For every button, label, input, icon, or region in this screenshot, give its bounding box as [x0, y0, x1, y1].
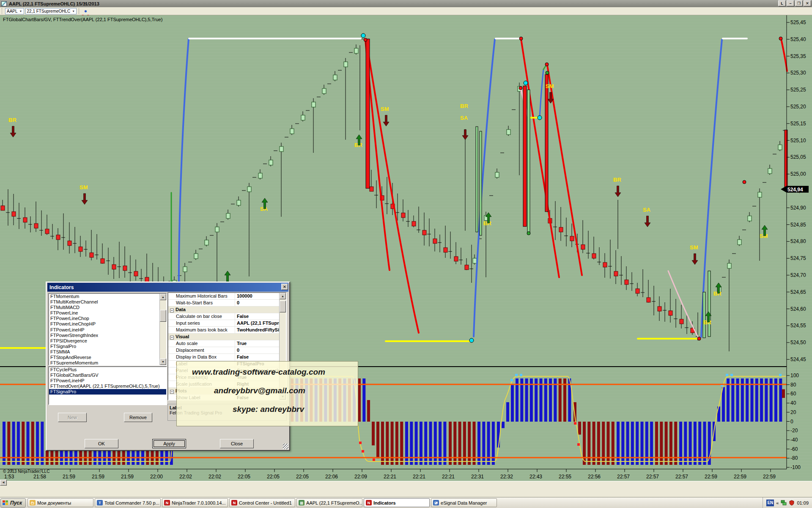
time-axis-label[interactable]: 22:57 [617, 474, 630, 480]
toolbar-grip[interactable] [2, 8, 3, 14]
available-indicator-item[interactable]: FTMomentum [49, 294, 166, 299]
available-indicator-item[interactable]: FTPowerStrengthIndex [49, 333, 166, 338]
time-axis-label[interactable]: 22:05 [296, 474, 309, 480]
new-button[interactable]: New [58, 413, 87, 422]
property-row[interactable]: Maximum bars look backTwoHundredFiftySix [168, 327, 286, 334]
time-axis-label[interactable]: 21:59 [92, 474, 104, 480]
time-axis-label[interactable]: 22:02 [208, 474, 221, 480]
time-axis-label[interactable]: 22:21 [442, 474, 455, 480]
time-axis-label[interactable]: 22:31 [471, 474, 484, 480]
property-row[interactable]: Input seriesAAPL (22,1 FTSupreme [168, 320, 286, 327]
time-axis-label[interactable]: 22:57 [675, 474, 688, 480]
configured-indicator-item[interactable]: FTSignalPro [49, 389, 166, 395]
configured-indicator-item[interactable]: FTCyclePlus [49, 367, 166, 373]
available-indicators-list[interactable]: FTMomentumFTMultiKeltnerChannelFTMultiMA… [48, 293, 167, 366]
instrument-combo[interactable]: AAPL ▼ [5, 8, 24, 14]
time-axis-label[interactable]: 21:58 [33, 474, 46, 480]
time-axis-label[interactable]: 22:00 [150, 474, 163, 480]
time-axis-label[interactable]: 22:59 [705, 474, 717, 480]
property-row[interactable]: Calculate on bar closeFalse [168, 313, 286, 320]
scroll-up-icon[interactable]: ▲ [280, 293, 286, 299]
scroll-down-icon[interactable]: ▼ [160, 359, 166, 365]
time-axis-label[interactable]: 22:32 [500, 474, 513, 480]
link-button[interactable]: L [778, 0, 786, 6]
property-value[interactable]: 0 [235, 347, 286, 353]
time-axis-label[interactable]: 22:57 [646, 474, 659, 480]
available-indicator-item[interactable]: FTStopAndReverse [49, 355, 166, 360]
time-axis-label[interactable]: 21:59 [121, 474, 134, 480]
remove-button[interactable]: Remove [124, 413, 152, 422]
taskbar-task-total[interactable]: TTotal Commander 7.50 p... [95, 498, 161, 507]
configured-indicators-list[interactable]: FTCyclePlusFTGlobalChartBars/GVFTPowerLi… [48, 366, 167, 405]
collapse-icon[interactable]: − [170, 336, 174, 340]
available-indicator-item[interactable]: FTSMMA [49, 349, 166, 355]
property-row[interactable]: Display in Data BoxFalse [168, 354, 286, 361]
available-indicator-item[interactable]: FTPowerLineChop [49, 316, 166, 321]
restore-button[interactable]: ❐ [795, 0, 803, 6]
close-button[interactable]: Close [220, 439, 254, 448]
available-indicator-item[interactable]: FTSupremeMomentum [49, 360, 166, 366]
property-value[interactable]: False [235, 354, 286, 360]
property-row[interactable]: Wait-to-Start Bars0 [168, 300, 286, 306]
snapshot-icon[interactable]: ● [81, 8, 90, 14]
interval-combo[interactable]: 22,1 FTSupremeOHLC ▼ [25, 8, 77, 14]
property-category[interactable]: −Data [168, 306, 286, 313]
available-indicator-item[interactable]: FTPowerLineChopHP [49, 321, 166, 327]
start-button[interactable]: Пуск [0, 498, 26, 508]
scrollbar-thumb[interactable] [280, 301, 286, 312]
time-axis-label[interactable]: 22:21 [384, 474, 396, 480]
time-axis-label[interactable]: 22:09 [354, 474, 367, 480]
time-axis-label[interactable]: 22:56 [588, 474, 601, 480]
taskbar-task-control[interactable]: NControl Center - Untitled1 [229, 498, 295, 507]
taskbar-task-ninjatrader[interactable]: NNinjaTrader 7.0.1000.14... [162, 498, 228, 507]
taskbar-task-aapl[interactable]: ▦AAPL (22,1 FTSupremeO... [296, 498, 362, 507]
time-axis-label[interactable]: 22:06 [325, 474, 338, 480]
taskbar-task-мои[interactable]: 🗀Мои документы [27, 498, 93, 507]
time-axis-label[interactable]: 1:53 [4, 474, 14, 480]
tray-chevron[interactable]: « [776, 500, 779, 505]
available-indicator-item[interactable]: FTPowerLine [49, 310, 166, 316]
resize-grip[interactable] [283, 444, 288, 449]
time-axis-label[interactable]: 21:59 [63, 474, 75, 480]
apply-button[interactable]: Apply [152, 439, 186, 448]
close-icon[interactable]: ✕ [281, 284, 288, 290]
time-axis-label[interactable]: 22:21 [413, 474, 425, 480]
taskbar-task-esignal[interactable]: 🖳eSignal Data Manager [431, 498, 497, 507]
configured-indicator-item[interactable]: FTGlobalChartBars/GV [49, 373, 166, 378]
configured-indicator-item[interactable]: FTPowerLineHP [49, 378, 166, 384]
property-value[interactable]: False [235, 313, 286, 320]
available-indicator-item[interactable]: FTSignalPro [49, 344, 166, 349]
taskbar-task-indicators[interactable]: NIndicators [364, 498, 430, 507]
network-icon[interactable] [781, 500, 787, 505]
list-scrollbar[interactable]: ▲▼ [159, 294, 166, 365]
property-value[interactable]: 0 [235, 300, 286, 306]
configured-indicator-item[interactable]: FTTrendOver(AAPL (22,1 FTSupremeOHLC),5,… [49, 384, 166, 389]
property-value[interactable]: 100000 [235, 293, 286, 299]
time-axis-label[interactable]: 22:59 [734, 474, 746, 480]
minimize-button[interactable]: – [787, 0, 794, 6]
scroll-up-icon[interactable]: ▲ [160, 294, 166, 300]
property-category[interactable]: −Visual [168, 334, 286, 340]
time-axis-label[interactable]: 22:02 [179, 474, 192, 480]
available-indicator-item[interactable]: FTPSIDivergence [49, 338, 166, 344]
available-indicator-item[interactable]: FTMultiMACD [49, 305, 166, 310]
collapse-icon[interactable]: − [170, 390, 174, 394]
security-shield-icon[interactable] [789, 500, 795, 505]
hscroll-left-arrow[interactable]: ◄ [0, 480, 7, 486]
close-button[interactable]: ✕ [804, 0, 811, 6]
property-value[interactable]: AAPL (22,1 FTSupreme [235, 320, 286, 326]
dialog-title[interactable]: Indicators [47, 283, 288, 292]
available-indicator-item[interactable]: FTMultiKeltnerChannel [49, 299, 166, 305]
property-row[interactable]: Auto scaleTrue [168, 340, 286, 347]
time-axis-label[interactable]: 22:43 [529, 474, 542, 480]
property-row[interactable]: Maximum Historical Bars100000 [168, 293, 286, 300]
time-axis-label[interactable]: 22:59 [763, 474, 776, 480]
language-indicator[interactable]: EN [766, 500, 774, 506]
ok-button[interactable]: OK [85, 439, 118, 448]
time-axis-label[interactable]: 22:05 [238, 474, 250, 480]
time-axis-label[interactable]: 22:05 [267, 474, 280, 480]
tray-clock[interactable]: 01:09 [797, 500, 809, 505]
property-value[interactable]: TwoHundredFiftySix [235, 327, 286, 333]
time-axis-label[interactable]: 22:55 [559, 474, 571, 480]
property-value[interactable]: True [235, 340, 286, 347]
